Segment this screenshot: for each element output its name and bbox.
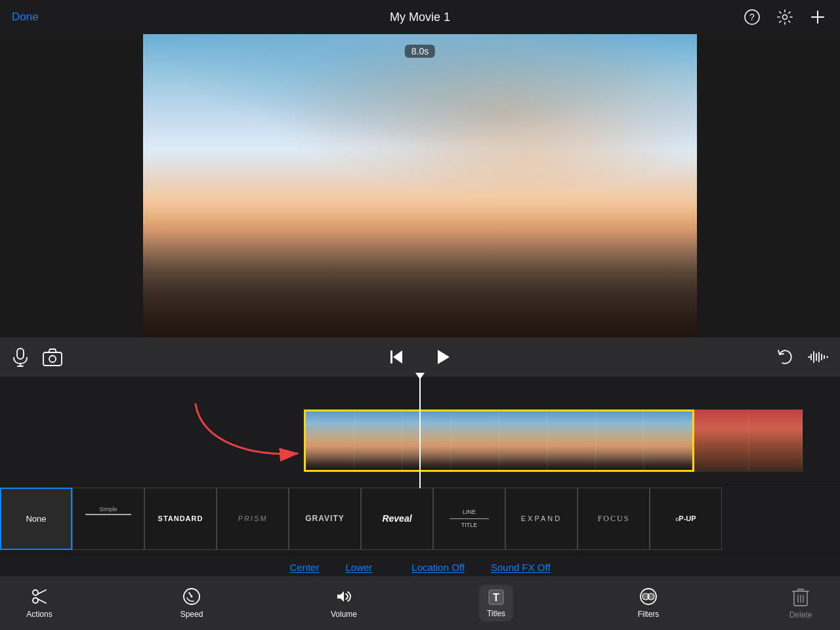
clip-frame-4 — [451, 411, 499, 470]
timeline-track: ⊳ — [304, 410, 840, 472]
toolbar-speed[interactable]: Speed — [172, 587, 211, 619]
line-title-line1: LINE — [450, 508, 489, 516]
scissors-icon — [30, 587, 49, 606]
speed-icon — [182, 587, 201, 606]
toolbar-volume[interactable]: Volume — [324, 587, 364, 619]
toolbar-delete[interactable]: Delete — [781, 587, 820, 620]
svg-point-19 — [191, 596, 193, 598]
volume-icon — [335, 587, 353, 606]
title-card-popup-label: oP-UP — [675, 514, 696, 522]
skip-back-button[interactable] — [388, 348, 406, 366]
title-card-focus[interactable]: FOCUS — [578, 488, 650, 550]
svg-rect-11 — [390, 350, 392, 364]
title-card-simple[interactable]: Simple — [72, 488, 144, 550]
toolbar-titles[interactable]: T Titles — [476, 585, 516, 621]
mic-button[interactable] — [12, 347, 29, 367]
settings-button[interactable] — [774, 7, 795, 28]
title-card-focus-label: FOCUS — [598, 514, 630, 524]
title-card-prism-label: PRISM — [238, 514, 268, 522]
skip-back-icon — [388, 348, 406, 366]
play-button[interactable] — [432, 347, 452, 367]
time-badge: 8.0s — [405, 45, 435, 58]
svg-point-15 — [33, 598, 38, 603]
toolbar-filters[interactable]: Filters — [629, 587, 668, 619]
simple-line — [85, 514, 131, 515]
clip-frame-8 — [644, 411, 692, 470]
next-clip-frame-2 — [749, 410, 803, 472]
top-bar-left: Done — [12, 10, 39, 24]
svg-marker-10 — [393, 350, 402, 364]
undo-button[interactable] — [776, 348, 794, 366]
add-icon — [809, 9, 826, 26]
title-card-none[interactable]: None — [0, 488, 72, 550]
toolbar-actions[interactable]: Actions — [20, 587, 59, 619]
filters-icon — [639, 587, 658, 606]
title-card-gravity[interactable]: GRAVITY — [289, 488, 361, 550]
svg-line-17 — [38, 599, 46, 603]
clip-frame-3 — [402, 411, 451, 470]
audio-waveform-icon — [807, 348, 828, 366]
filters-label: Filters — [638, 610, 660, 619]
titles-label: Titles — [487, 609, 505, 618]
arrow-svg — [176, 391, 307, 476]
location-off-link[interactable]: Location Off — [411, 562, 465, 573]
line-title-text: LINE TITLE — [450, 508, 489, 529]
simple-text: Simple — [99, 506, 117, 513]
svg-text:T: T — [493, 592, 499, 603]
selected-clip[interactable] — [304, 410, 694, 472]
title-card-standard[interactable]: STANDARD — [144, 488, 217, 550]
svg-point-25 — [648, 593, 654, 600]
help-icon: ? — [744, 9, 760, 25]
svg-marker-20 — [337, 591, 344, 602]
clip-frame-2 — [354, 411, 403, 470]
title-card-line-title[interactable]: LINE TITLE — [433, 488, 505, 550]
delete-icon — [792, 587, 809, 606]
camera-icon — [42, 348, 63, 366]
actions-label: Actions — [26, 610, 52, 619]
title-cards-strip: None Simple STANDARD PRISM GRAVITY Revea… — [0, 486, 840, 551]
center-link[interactable]: Center — [289, 562, 319, 573]
title-card-gravity-label: GRAVITY — [305, 514, 344, 523]
bottom-toolbar: Actions Speed Volume T Titles — [0, 576, 840, 630]
top-bar-right: ? — [742, 7, 828, 28]
bottom-links: Center Lower Location Off Sound FX Off — [0, 555, 840, 579]
titles-icon: T — [487, 588, 505, 606]
delete-label: Delete — [789, 610, 812, 620]
camera-button[interactable] — [42, 347, 63, 367]
svg-rect-5 — [17, 348, 24, 359]
video-preview: 8.0s — [143, 34, 697, 337]
svg-rect-8 — [43, 352, 62, 366]
audio-waveform-button[interactable] — [807, 348, 828, 366]
svg-point-14 — [33, 590, 38, 595]
clip-frame-7 — [596, 411, 644, 470]
clip-frame-6 — [547, 411, 596, 470]
title-card-popup[interactable]: oP-UP — [650, 488, 722, 550]
line-title-divider — [450, 518, 489, 519]
add-button[interactable] — [807, 7, 828, 28]
done-button[interactable]: Done — [12, 10, 39, 24]
lower-link[interactable]: Lower — [345, 562, 372, 573]
left-controls — [12, 347, 63, 367]
title-card-expand[interactable]: EXPAND — [505, 488, 578, 550]
title-card-none-label: None — [26, 514, 46, 524]
title-card-standard-label: STANDARD — [158, 514, 203, 522]
link-group-left: Center Lower — [289, 562, 372, 573]
title-card-prism[interactable]: PRISM — [217, 488, 289, 550]
svg-line-16 — [38, 590, 46, 594]
volume-label: Volume — [331, 610, 357, 619]
playback-controls — [0, 337, 840, 377]
title-card-reveal-label: Reveal — [382, 513, 411, 524]
next-clip[interactable] — [694, 410, 803, 472]
mic-icon — [12, 347, 29, 367]
top-bar: Done My Movie 1 ? — [0, 0, 840, 34]
sound-fx-off-link[interactable]: Sound FX Off — [491, 562, 551, 573]
sky-overlay — [143, 34, 697, 337]
clip-frame-1 — [306, 411, 354, 470]
title-card-reveal[interactable]: Reveal — [361, 488, 433, 550]
help-button[interactable]: ? — [742, 7, 763, 28]
arrow — [176, 391, 307, 479]
undo-icon — [776, 348, 794, 366]
right-controls — [776, 348, 828, 366]
next-clip-frame-1 — [694, 410, 749, 472]
play-icon — [432, 347, 452, 367]
